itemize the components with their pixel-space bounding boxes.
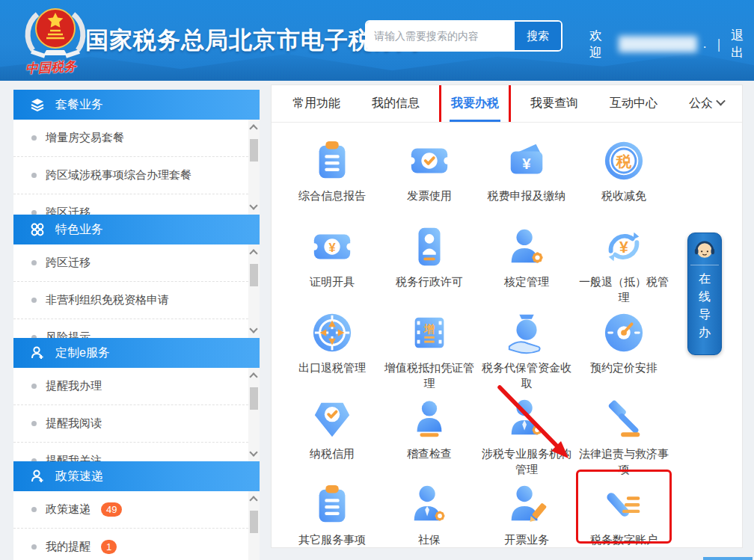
grid-item-tax-custody-funds-collection[interactable]: 税务代保管资金收取	[478, 304, 575, 390]
ticket-check-icon	[408, 139, 451, 182]
sidebar-list: 跨区迁移 非营利组织免税资格申请 风险提示	[13, 244, 260, 338]
ticket-yen-icon: ¥	[310, 225, 354, 268]
grid-item-invoicing-business[interactable]: 开票业务	[478, 476, 575, 560]
scroll-up-icon[interactable]	[249, 496, 257, 504]
grid-item-tax-declaration-payment[interactable]: ¥ 税费申报及缴纳	[478, 132, 575, 218]
online-guide-label: 在线导办	[698, 270, 711, 342]
grid-icon	[30, 222, 45, 237]
person-stamp-icon	[408, 397, 451, 440]
scroll-down-icon[interactable]	[249, 201, 257, 209]
grid-item-tax-digital-account[interactable]: 税务数字账户	[575, 476, 672, 560]
scroll-thumb[interactable]	[250, 139, 258, 161]
sidebar-item[interactable]: 提醒我阅读	[13, 405, 260, 443]
grid-item-tax-professional-service-agency[interactable]: 涉税专业服务机构管理	[478, 390, 575, 476]
scroll-thumb[interactable]	[250, 511, 258, 533]
grid-item-vat-deduction-voucher-management[interactable]: 增 增值税抵扣凭证管理	[381, 304, 478, 390]
tab-public-services[interactable]: 公众	[689, 85, 724, 122]
grid-item-advance-pricing-arrangement[interactable]: 预约定价安排	[575, 304, 672, 390]
sidebar-item[interactable]: 增量房交易套餐	[13, 120, 260, 157]
user-plus-icon	[30, 469, 45, 484]
grid-item-comprehensive-info-report[interactable]: 综合信息报告	[283, 132, 381, 218]
bullet-icon	[31, 298, 37, 303]
clipboard-icon	[310, 139, 354, 182]
tab-i-want-to-file-tax[interactable]: 我要办税	[451, 85, 499, 122]
scroll-up-icon[interactable]	[249, 124, 257, 132]
sidebar-section-custom-e-service[interactable]: 定制e服务	[13, 338, 260, 368]
gauge-icon	[602, 311, 646, 354]
bullet-icon	[31, 135, 37, 141]
person-gear-icon	[408, 483, 451, 526]
grid-item-assessment-management[interactable]: 核定管理	[478, 218, 575, 304]
sidebar-list: 政策速递 49 我的提醒 1	[13, 491, 260, 560]
welcome-label: 欢迎	[589, 27, 613, 61]
grid-item-other-service-matters[interactable]: 其它服务事项	[283, 476, 381, 560]
sidebar-item[interactable]: 我的提醒 1	[13, 529, 260, 560]
refresh-yen-icon: ¥	[602, 225, 646, 268]
search-button[interactable]: 搜索	[515, 22, 561, 50]
scroll-up-icon[interactable]	[249, 249, 257, 257]
main-panel: 常用功能 我的信息 我要办税 我要查询 互动中心 公众 综合信息报告	[271, 84, 743, 548]
svg-text:¥: ¥	[522, 156, 531, 172]
sidebar: 套餐业务 增量房交易套餐 跨区域涉税事项综合办理套餐 跨区迁移 特色业务	[13, 90, 260, 560]
scrollbar[interactable]	[248, 491, 260, 560]
tab-common-functions[interactable]: 常用功能	[292, 85, 340, 122]
chevron-down-icon	[716, 96, 726, 106]
person-gear-icon	[505, 225, 548, 268]
bullet-icon	[31, 260, 37, 265]
grid-item-social-security[interactable]: 社保	[381, 476, 478, 560]
section-title: 特色业务	[55, 222, 103, 238]
sidebar-item[interactable]: 跨区域涉税事项综合办理套餐	[13, 157, 260, 194]
scroll-up-icon[interactable]	[249, 372, 257, 381]
sidebar-item[interactable]: 跨区迁移	[13, 244, 260, 282]
sidebar-item[interactable]: 提醒我关注	[13, 443, 260, 461]
divider: ｜	[713, 36, 726, 53]
app-header: 中国税务 国家税务总局北京市电子税务局 搜索 欢迎 . ｜ 退出	[0, 0, 754, 81]
grid-item-general-tax-refund-management[interactable]: ¥ 一般退（抵）税管理	[575, 218, 672, 304]
tab-my-info[interactable]: 我的信息	[372, 85, 420, 122]
user-area: 欢迎 . ｜ 退出	[589, 27, 754, 61]
svg-text:¥: ¥	[328, 241, 336, 254]
sidebar-item[interactable]: 非营利组织免税资格申请	[13, 282, 260, 319]
bullet-icon	[31, 458, 37, 461]
bullet-icon	[31, 544, 37, 550]
tab-i-want-to-query[interactable]: 我要查询	[530, 85, 578, 122]
sidebar-section-featured-business[interactable]: 特色业务	[13, 215, 260, 244]
sidebar-section-package-business[interactable]: 套餐业务	[13, 90, 260, 120]
sidebar-list: 提醒我办理 提醒我阅读 提醒我关注	[13, 368, 260, 461]
scrollbar[interactable]	[248, 368, 260, 461]
grid-item-audit-inspection[interactable]: 稽查检查	[381, 390, 478, 476]
sidebar-list: 增量房交易套餐 跨区域涉税事项综合办理套餐 跨区迁移	[13, 120, 260, 215]
pen-list-icon	[602, 483, 646, 526]
logout-button[interactable]: 退出	[731, 27, 754, 61]
grid-item-tax-reduction[interactable]: 税 税收减免	[575, 132, 672, 218]
scroll-thumb[interactable]	[250, 264, 258, 286]
tax-coin-icon: 税	[602, 139, 646, 182]
bullet-icon	[31, 421, 37, 426]
sidebar-item[interactable]: 提醒我办理	[13, 368, 260, 405]
scrollbar[interactable]	[248, 244, 260, 338]
grid-item-invoice-use[interactable]: 发票使用	[381, 132, 478, 218]
sidebar-section-policy-express[interactable]: 政策速递	[13, 461, 260, 491]
user-plus-icon	[30, 345, 45, 360]
person-pencil-icon	[505, 483, 548, 526]
sidebar-item[interactable]: 风险提示	[13, 319, 260, 338]
globe-compass-icon	[310, 311, 354, 354]
grid-item-tax-credit[interactable]: 纳税信用	[283, 390, 381, 476]
online-guide-button[interactable]: 在线导办	[687, 233, 722, 355]
grid-item-certificate-issuance[interactable]: ¥ 证明开具	[283, 218, 381, 304]
sidebar-item[interactable]: 跨区迁移	[13, 194, 260, 215]
search-input[interactable]	[367, 22, 515, 50]
scroll-down-icon[interactable]	[249, 324, 257, 333]
tab-interaction-center[interactable]: 互动中心	[610, 85, 658, 122]
stamp-card-icon	[408, 225, 451, 268]
grid-item-legal-liability-relief[interactable]: 法律追责与救济事项	[575, 390, 672, 476]
section-title: 定制e服务	[55, 345, 110, 361]
sidebar-item[interactable]: 政策速递 49	[13, 491, 260, 529]
grid-item-export-tax-refund-management[interactable]: 出口退税管理	[283, 304, 381, 390]
grid-item-tax-administrative-license[interactable]: 税务行政许可	[381, 218, 478, 304]
scrollbar[interactable]	[248, 120, 260, 215]
scroll-thumb[interactable]	[250, 387, 258, 410]
svg-text:税: 税	[616, 153, 632, 170]
scroll-down-icon[interactable]	[249, 448, 257, 456]
diamond-check-icon	[310, 397, 354, 440]
